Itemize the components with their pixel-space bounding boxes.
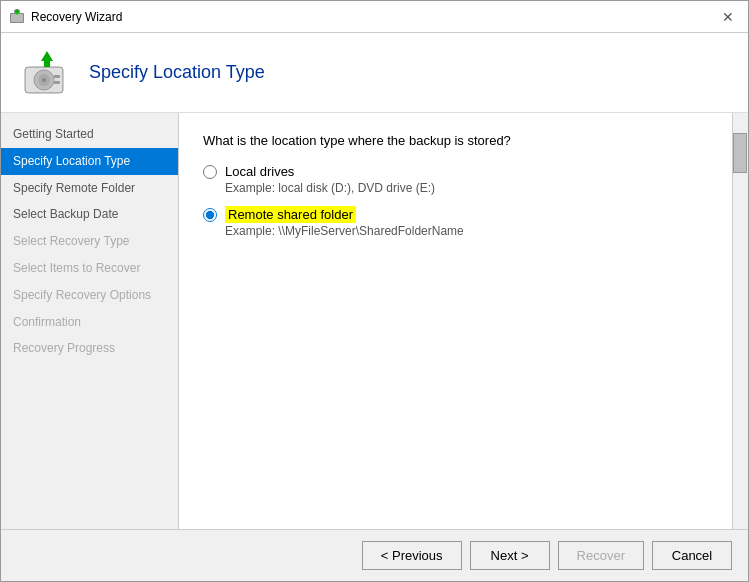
sidebar-item-specify-remote-folder[interactable]: Specify Remote Folder bbox=[1, 175, 178, 202]
question-text: What is the location type where the back… bbox=[203, 133, 708, 148]
content-area: Getting Started Specify Location Type Sp… bbox=[1, 113, 748, 529]
remote-shared-folder-highlight: Remote shared folder bbox=[225, 206, 356, 223]
local-drives-label[interactable]: Local drives bbox=[225, 164, 294, 179]
scrollbar-thumb[interactable] bbox=[733, 133, 747, 173]
cancel-button[interactable]: Cancel bbox=[652, 541, 732, 570]
sidebar-item-select-recovery-type: Select Recovery Type bbox=[1, 228, 178, 255]
page-title: Specify Location Type bbox=[89, 62, 265, 83]
svg-rect-10 bbox=[54, 75, 60, 78]
remote-shared-folder-option: Remote shared folder Example: \\MyFileSe… bbox=[203, 207, 708, 238]
footer-area: < Previous Next > Recover Cancel bbox=[1, 529, 748, 581]
remote-shared-folder-radio[interactable] bbox=[203, 208, 217, 222]
sidebar-item-specify-location-type[interactable]: Specify Location Type bbox=[1, 148, 178, 175]
local-drives-label-row: Local drives bbox=[203, 164, 708, 179]
header-area: Specify Location Type bbox=[1, 33, 748, 113]
main-panel: What is the location type where the back… bbox=[179, 113, 732, 529]
title-bar-text: Recovery Wizard bbox=[31, 10, 716, 24]
previous-button[interactable]: < Previous bbox=[362, 541, 462, 570]
window-icon bbox=[9, 9, 25, 25]
sidebar-item-getting-started[interactable]: Getting Started bbox=[1, 121, 178, 148]
svg-point-9 bbox=[42, 78, 46, 82]
remote-shared-folder-label-row: Remote shared folder bbox=[203, 207, 708, 222]
sidebar-item-select-backup-date[interactable]: Select Backup Date bbox=[1, 201, 178, 228]
recovery-wizard-window: Recovery Wizard ✕ Specify Location Type … bbox=[0, 0, 749, 582]
remote-shared-folder-example: Example: \\MyFileServer\SharedFolderName bbox=[225, 224, 708, 238]
sidebar-item-recovery-progress: Recovery Progress bbox=[1, 335, 178, 362]
radio-group: Local drives Example: local disk (D:), D… bbox=[203, 164, 708, 238]
scrollbar-track[interactable] bbox=[732, 113, 748, 529]
local-drives-example: Example: local disk (D:), DVD drive (E:) bbox=[225, 181, 708, 195]
sidebar-item-select-items-to-recover: Select Items to Recover bbox=[1, 255, 178, 282]
svg-rect-1 bbox=[11, 14, 23, 22]
local-drives-radio[interactable] bbox=[203, 165, 217, 179]
svg-marker-12 bbox=[41, 51, 53, 67]
sidebar: Getting Started Specify Location Type Sp… bbox=[1, 113, 179, 529]
sidebar-item-confirmation: Confirmation bbox=[1, 309, 178, 336]
remote-shared-folder-label[interactable]: Remote shared folder bbox=[225, 207, 356, 222]
next-button[interactable]: Next > bbox=[470, 541, 550, 570]
local-drives-option: Local drives Example: local disk (D:), D… bbox=[203, 164, 708, 195]
svg-rect-11 bbox=[54, 81, 60, 84]
sidebar-item-specify-recovery-options: Specify Recovery Options bbox=[1, 282, 178, 309]
recover-button[interactable]: Recover bbox=[558, 541, 644, 570]
close-button[interactable]: ✕ bbox=[716, 5, 740, 29]
title-bar: Recovery Wizard ✕ bbox=[1, 1, 748, 33]
header-icon bbox=[21, 47, 73, 99]
